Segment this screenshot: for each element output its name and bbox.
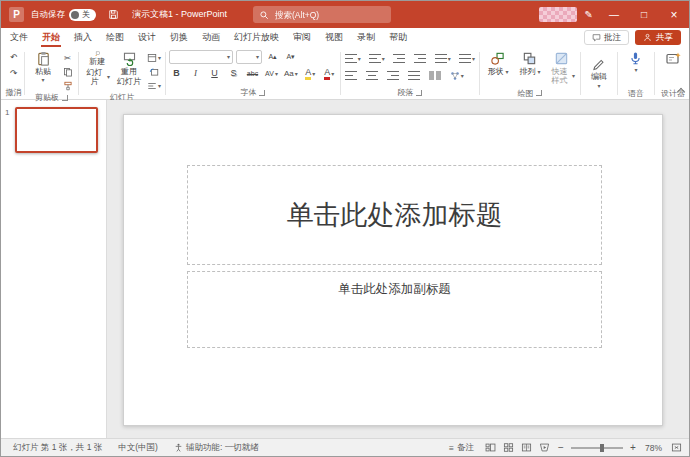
paste-button[interactable]: 粘贴 ▾ — [28, 50, 58, 87]
reading-view-button[interactable] — [518, 440, 536, 456]
drawing-dialog-launcher[interactable] — [536, 90, 542, 96]
text-shadow-button[interactable]: S — [226, 67, 241, 80]
convert-smartart-button[interactable]: ▾ — [449, 69, 465, 82]
justify-button[interactable] — [407, 69, 422, 82]
reuse-slides-button[interactable]: 重用 幻灯片 — [114, 50, 144, 87]
user-account-blurred[interactable] — [539, 7, 577, 22]
align-left-button[interactable] — [344, 69, 359, 82]
zoom-slider-knob[interactable] — [600, 444, 604, 452]
drawing-group-label: 绘图 — [517, 88, 533, 99]
zoom-level-label: 78% — [645, 443, 662, 453]
pen-edit-icon[interactable]: ✎ — [585, 9, 593, 20]
underline-icon: U — [211, 69, 218, 78]
clipboard-dialog-launcher[interactable] — [62, 95, 68, 101]
text-highlight-button[interactable]: A▾ — [303, 67, 318, 80]
dictate-caret-icon: ▾ — [634, 67, 637, 73]
reset-slide-button[interactable] — [146, 65, 162, 78]
decrease-indent-button[interactable] — [392, 52, 407, 65]
zoom-level-button[interactable]: 78% — [640, 439, 667, 457]
text-direction-caret-icon: ▾ — [472, 56, 475, 62]
maximize-button[interactable]: □ — [629, 1, 659, 28]
autosave-control[interactable]: 自动保存 关 — [31, 9, 96, 21]
tab-slide-show[interactable]: 幻灯片放映 — [227, 28, 286, 47]
dictate-button[interactable]: ▾ — [621, 50, 651, 87]
notes-toggle-button[interactable]: ≡备注 — [441, 439, 482, 457]
undo-button[interactable]: ↶ — [6, 50, 21, 63]
slide-layout-button[interactable]: ▾ — [146, 51, 162, 64]
tab-view[interactable]: 视图 — [318, 28, 350, 47]
tab-home[interactable]: 开始 — [35, 28, 67, 47]
zoom-in-button[interactable]: + — [626, 440, 640, 456]
designer-button[interactable] — [658, 50, 688, 87]
paragraph-dialog-launcher[interactable] — [416, 90, 422, 96]
normal-view-button[interactable] — [482, 440, 500, 456]
tab-review[interactable]: 审阅 — [286, 28, 318, 47]
format-painter-button[interactable] — [60, 79, 75, 92]
ribbon-group-clipboard: 粘贴 ▾ ✂ 剪贴板 — [25, 48, 78, 99]
change-case-button[interactable]: Aa▾ — [283, 67, 299, 80]
slideshow-view-button[interactable] — [536, 440, 554, 456]
zoom-slider[interactable] — [571, 447, 623, 449]
section-button[interactable]: ▾ — [146, 79, 162, 92]
powerpoint-app-icon[interactable]: P — [9, 7, 24, 22]
character-spacing-button[interactable]: AV▾ — [264, 67, 279, 80]
fit-to-window-button[interactable] — [667, 440, 685, 456]
font-name-combobox[interactable]: ▾ — [169, 50, 233, 64]
subtitle-placeholder[interactable]: 单击此处添加副标题 — [187, 271, 602, 348]
italic-icon: I — [194, 69, 197, 78]
language-status[interactable]: 中文(中国) — [110, 439, 166, 457]
close-button[interactable]: × — [659, 1, 689, 28]
arrange-button[interactable]: 排列▾ — [515, 50, 545, 87]
bullets-icon — [345, 54, 357, 63]
copy-button[interactable] — [60, 65, 75, 78]
tab-file[interactable]: 文件 — [3, 28, 35, 47]
tab-insert[interactable]: 插入 — [67, 28, 99, 47]
arrange-label: 排列 — [519, 67, 535, 76]
strikethrough-button[interactable]: abc — [245, 67, 260, 80]
increase-indent-button[interactable] — [413, 52, 428, 65]
change-case-icon: Aa — [284, 69, 294, 78]
columns-button[interactable] — [428, 69, 443, 82]
share-button[interactable]: 共享 — [635, 30, 681, 45]
underline-button[interactable]: U — [207, 67, 222, 80]
italic-button[interactable]: I — [188, 67, 203, 80]
tab-record[interactable]: 录制 — [350, 28, 382, 47]
line-spacing-button[interactable]: ▾ — [434, 52, 452, 65]
comments-button[interactable]: 批注 — [584, 30, 629, 45]
shrink-font-button[interactable]: A▾ — [283, 51, 298, 64]
slide-thumbnail-1[interactable] — [15, 107, 98, 153]
save-button[interactable] — [104, 1, 122, 28]
accessibility-status[interactable]: 辅助功能: 一切就绪 — [166, 439, 267, 457]
font-color-button[interactable]: A▾ — [322, 67, 337, 80]
minimize-button[interactable]: — — [599, 1, 629, 28]
convert-smartart-icon — [450, 71, 460, 81]
bullets-button[interactable]: ▾ — [344, 52, 362, 65]
tab-transitions[interactable]: 切换 — [163, 28, 195, 47]
font-dialog-launcher[interactable] — [259, 90, 265, 96]
zoom-out-button[interactable]: − — [554, 440, 568, 456]
redo-button[interactable]: ↷ — [6, 66, 21, 79]
cut-icon: ✂ — [64, 53, 71, 63]
numbering-button[interactable]: ▾ — [368, 52, 386, 65]
tab-draw[interactable]: 绘图 — [99, 28, 131, 47]
font-size-combobox[interactable]: ▾ — [236, 50, 262, 64]
shapes-button[interactable]: 形状▾ — [483, 50, 513, 87]
quick-styles-button[interactable]: 快速样式▾ — [547, 50, 577, 87]
grow-font-button[interactable]: A▴ — [265, 51, 280, 64]
tab-help[interactable]: 帮助 — [382, 28, 414, 47]
title-placeholder[interactable]: 单击此处添加标题 — [187, 165, 602, 265]
tab-animations[interactable]: 动画 — [195, 28, 227, 47]
align-center-button[interactable] — [365, 69, 380, 82]
align-right-button[interactable] — [386, 69, 401, 82]
tab-design[interactable]: 设计 — [131, 28, 163, 47]
autosave-toggle[interactable]: 关 — [69, 9, 96, 21]
slide-canvas: 单击此处添加标题 单击此处添加副标题 — [123, 114, 663, 426]
editing-menu-button[interactable]: 编辑 ▾ — [584, 50, 614, 96]
search-input[interactable] — [253, 6, 391, 23]
text-direction-button[interactable]: ▾ — [458, 52, 476, 65]
slide-sorter-view-button[interactable] — [500, 440, 518, 456]
bold-button[interactable]: B — [169, 67, 184, 80]
cut-button[interactable]: ✂ — [60, 51, 75, 64]
new-slide-label-1: 新建 — [89, 57, 105, 66]
new-slide-button[interactable]: 新建 幻灯片▾ — [82, 50, 112, 87]
